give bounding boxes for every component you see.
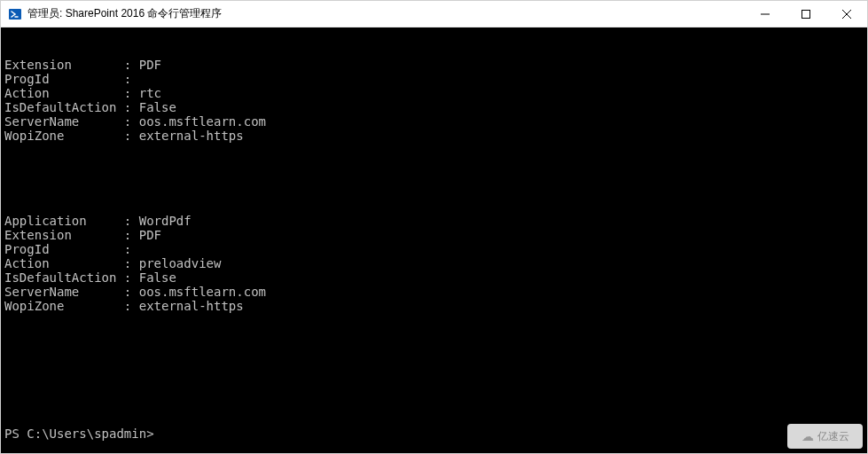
kv-value: preloadview xyxy=(139,256,222,270)
kv-value: oos.msftlearn.com xyxy=(139,114,266,129)
kv-value: rtc xyxy=(139,86,161,100)
kv-key: Extension xyxy=(4,228,124,242)
kv-value: PDF xyxy=(139,228,161,242)
kv-key: WopiZone xyxy=(4,299,124,313)
watermark-text: 亿速云 xyxy=(817,429,849,444)
kv-value: external-https xyxy=(139,299,244,313)
kv-key: WopiZone xyxy=(4,129,124,143)
kv-row: ProgId: xyxy=(4,242,864,256)
terminal-output[interactable]: Extension: PDFProgId: Action: rtcIsDefau… xyxy=(1,27,867,453)
kv-separator: : xyxy=(124,285,139,299)
kv-separator: : xyxy=(124,58,139,72)
cloud-icon: ☁ xyxy=(802,429,814,443)
kv-separator: : xyxy=(124,242,139,256)
kv-separator: : xyxy=(124,256,139,270)
titlebar[interactable]: 管理员: SharePoint 2016 命令行管理程序 xyxy=(1,1,867,27)
kv-value: external-https xyxy=(139,129,244,143)
kv-row: ServerName: oos.msftlearn.com xyxy=(4,285,864,299)
kv-key: ServerName xyxy=(4,114,124,129)
kv-separator: : xyxy=(124,129,139,143)
kv-separator: : xyxy=(124,299,139,313)
kv-key: Action xyxy=(4,86,124,100)
kv-key: ProgId xyxy=(4,72,124,86)
kv-key: Extension xyxy=(4,58,124,72)
kv-row: Application: WordPdf xyxy=(4,214,864,228)
kv-key: IsDefaultAction xyxy=(4,270,124,285)
kv-row: ServerName: oos.msftlearn.com xyxy=(4,114,864,129)
minimize-button[interactable] xyxy=(745,1,786,27)
svg-rect-3 xyxy=(802,10,810,18)
kv-key: Action xyxy=(4,256,124,270)
kv-separator: : xyxy=(124,72,139,86)
kv-separator: : xyxy=(124,86,139,100)
kv-separator: : xyxy=(124,228,139,242)
kv-row: Extension: PDF xyxy=(4,58,864,72)
output-block-0: Extension: PDFProgId: Action: rtcIsDefau… xyxy=(4,58,864,143)
kv-separator: : xyxy=(124,214,139,228)
kv-value: PDF xyxy=(139,58,161,72)
kv-row: ProgId: xyxy=(4,72,864,86)
watermark-badge: ☁ 亿速云 xyxy=(787,424,863,449)
kv-row: IsDefaultAction: False xyxy=(4,100,864,114)
kv-row: Extension: PDF xyxy=(4,228,864,242)
kv-key: ProgId xyxy=(4,242,124,256)
powershell-window: 管理员: SharePoint 2016 命令行管理程序 Extension: … xyxy=(0,0,868,454)
kv-value: False xyxy=(139,270,176,285)
kv-value: WordPdf xyxy=(139,214,192,228)
window-controls xyxy=(745,1,867,27)
output-block-1: Application: WordPdfExtension: PDFProgId… xyxy=(4,214,864,313)
kv-row: WopiZone: external-https xyxy=(4,129,864,143)
kv-value: oos.msftlearn.com xyxy=(139,285,266,299)
kv-row: Action: preloadview xyxy=(4,256,864,270)
kv-key: ServerName xyxy=(4,285,124,299)
blank-line xyxy=(4,171,864,185)
kv-separator: : xyxy=(124,270,139,285)
kv-key: Application xyxy=(4,214,124,228)
blank-line xyxy=(4,384,864,398)
kv-separator: : xyxy=(124,114,139,129)
kv-separator: : xyxy=(124,100,139,114)
kv-key: IsDefaultAction xyxy=(4,100,124,114)
kv-row: WopiZone: external-https xyxy=(4,299,864,313)
kv-value: False xyxy=(139,100,176,114)
ps-prompt: PS C:\Users\spadmin> xyxy=(4,427,154,441)
blank-line xyxy=(4,341,864,356)
prompt-line: PS C:\Users\spadmin> xyxy=(4,427,864,441)
app-icon xyxy=(8,7,22,21)
kv-row: IsDefaultAction: False xyxy=(4,270,864,285)
window-title: 管理员: SharePoint 2016 命令行管理程序 xyxy=(27,6,745,21)
maximize-button[interactable] xyxy=(786,1,826,27)
kv-row: Action: rtc xyxy=(4,86,864,100)
close-button[interactable] xyxy=(826,1,867,27)
